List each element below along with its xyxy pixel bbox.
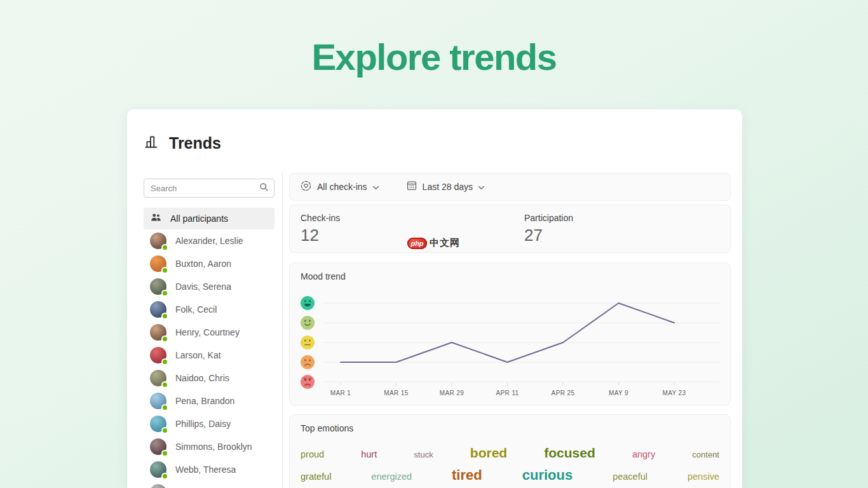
emotion-word: bored	[470, 445, 507, 461]
participant-name: Webb, Theresa	[175, 464, 236, 475]
card-header: Trends	[144, 133, 221, 152]
participant-row[interactable]: Simmons, Brooklyn	[144, 435, 275, 458]
emotion-word: content	[692, 450, 719, 459]
emotion-word: peaceful	[613, 471, 648, 482]
participant-list: Alexander, LeslieBuxton, AaronDavis, Ser…	[144, 229, 275, 488]
svg-text:MAR 1: MAR 1	[330, 390, 351, 396]
svg-text:MAY 9: MAY 9	[609, 390, 628, 396]
participant-row[interactable]: Davis, Serena	[144, 275, 275, 298]
participant-row[interactable]: Buxton, Aaron	[144, 252, 275, 275]
presence-badge	[161, 336, 168, 342]
mood-chart-svg: MAR 1MAR 15MAR 29APR 11APR 25MAY 9MAY 23	[290, 263, 730, 405]
date-range-label: Last 28 days	[423, 182, 473, 192]
chevron-down-icon	[372, 181, 379, 193]
svg-text:APR 25: APR 25	[552, 390, 575, 396]
avatar	[150, 416, 166, 432]
emotion-word: hurt	[361, 449, 377, 459]
participant-row[interactable]: Henry, Courtney	[144, 321, 275, 344]
sidebar: All participants Alexander, LeslieBuxton…	[144, 179, 275, 488]
participation-stat: Participation 27	[524, 213, 573, 245]
stats-box: Check-ins 12 Participation 27	[289, 205, 731, 253]
svg-text:MAY 23: MAY 23	[662, 390, 686, 396]
avatar	[150, 324, 166, 341]
php-logo-icon: php	[407, 238, 427, 249]
sidebar-item-all-participants[interactable]: All participants	[144, 208, 275, 229]
avatar	[150, 370, 166, 386]
presence-badge	[161, 290, 168, 297]
top-emotions-title: Top emotions	[301, 423, 353, 433]
emotion-word: proud	[301, 449, 324, 459]
avatar	[150, 438, 166, 455]
watermark-php-cn: php 中文网	[407, 237, 460, 249]
participant-row[interactable]: Naidoo, Chris	[144, 367, 275, 390]
emotion-word: grateful	[301, 471, 331, 482]
checkins-stat-value: 12	[301, 226, 340, 245]
participant-name: Henry, Courtney	[175, 327, 240, 337]
svg-text:APR 11: APR 11	[496, 390, 519, 396]
participant-row[interactable]: Folk, Cecil	[144, 298, 275, 321]
mood-emoji-neutral	[301, 336, 315, 349]
mood-emoji-very-happy	[301, 296, 315, 310]
participant-name: Pena, Brandon	[175, 396, 234, 406]
presence-badge	[161, 381, 168, 388]
participant-name: Phillips, Daisy	[175, 419, 231, 429]
checkins-stat-label: Check-ins	[301, 213, 340, 223]
filter-bar: All check-ins Last 28 days	[289, 173, 731, 201]
presence-badge	[161, 358, 168, 365]
calendar-icon	[406, 180, 417, 194]
trends-card: Trends All participants Alexander,	[127, 109, 742, 488]
avatar	[150, 255, 166, 272]
participant-row[interactable]: Phillips, Daisy	[144, 412, 275, 435]
sidebar-divider	[282, 172, 283, 488]
participant-row[interactable]: Webb, Theresa	[144, 458, 275, 481]
participant-name: Buxton, Aaron	[175, 259, 231, 269]
top-emotions-box: Top emotions proudhurtstuckboredfocuseda…	[289, 414, 731, 488]
participation-stat-label: Participation	[524, 213, 573, 223]
checkins-stat: Check-ins 12	[301, 213, 340, 245]
emotion-word: focused	[544, 445, 595, 461]
participant-name: Simmons, Brooklyn	[175, 442, 252, 452]
avatar	[150, 461, 166, 478]
avatar	[150, 484, 166, 488]
emotion-word: curious	[522, 467, 573, 484]
participation-stat-value: 27	[524, 226, 573, 245]
emotion-word: pensive	[688, 471, 719, 482]
participant-name: Larson, Kat	[175, 350, 221, 360]
mood-trend-box: Mood trend MAR 1MAR 15MAR 29APR 11APR 25…	[289, 262, 731, 405]
people-icon	[150, 212, 162, 226]
avatar	[150, 393, 166, 409]
heart-circle-icon	[300, 180, 312, 194]
chevron-down-icon	[478, 181, 485, 193]
checkins-filter-dropdown[interactable]: All check-ins	[300, 180, 379, 194]
emotion-word: tired	[452, 467, 482, 484]
mood-emoji-unhappy	[301, 355, 315, 369]
svg-text:MAR 29: MAR 29	[440, 390, 465, 396]
participant-name: Davis, Serena	[175, 281, 231, 292]
mood-emoji-happy	[301, 316, 315, 330]
presence-badge	[161, 244, 168, 251]
emotion-word: angry	[632, 449, 655, 459]
search-input[interactable]	[151, 184, 259, 193]
date-range-dropdown[interactable]: Last 28 days	[406, 180, 485, 194]
participant-name: Alexander, Leslie	[175, 236, 243, 246]
page-title: Explore trends	[0, 36, 868, 78]
emotion-word: energized	[371, 471, 412, 482]
emotion-row: gratefulenergizedtiredcuriouspeacefulpen…	[301, 467, 719, 484]
avatar	[150, 347, 166, 363]
participant-row[interactable]: Pena, Brandon	[144, 390, 275, 412]
search-icon[interactable]	[259, 182, 269, 194]
mood-emoji-very-unhappy	[301, 375, 315, 389]
presence-badge	[161, 313, 168, 320]
all-participants-label: All participants	[170, 214, 228, 224]
svg-text:MAR 15: MAR 15	[384, 390, 409, 396]
participant-row[interactable]: Larson, Kat	[144, 344, 275, 367]
presence-badge	[161, 404, 168, 411]
presence-badge	[161, 450, 168, 457]
participant-name: Folk, Cecil	[175, 304, 217, 315]
search-box	[144, 179, 275, 198]
participant-row[interactable]: Alexander, Leslie	[144, 229, 275, 252]
participant-row-partial[interactable]	[144, 481, 275, 488]
presence-badge	[161, 427, 168, 434]
presence-badge	[161, 473, 168, 480]
checkins-filter-label: All check-ins	[317, 182, 367, 192]
